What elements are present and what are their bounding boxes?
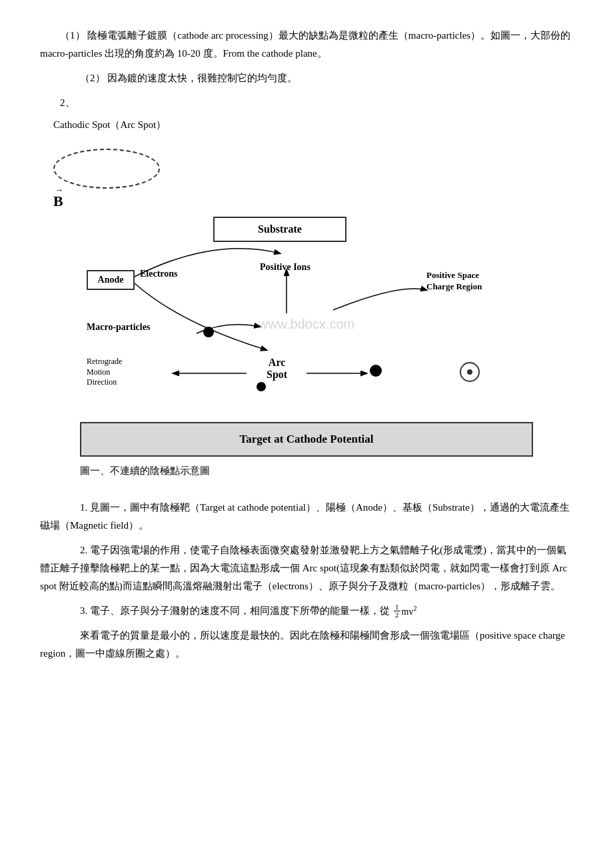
b-vector: → B — [53, 193, 63, 210]
page-content: （1） 陰極電弧離子鍍膜（cathode arc processing）最大的缺… — [40, 27, 573, 663]
diagram-svg — [80, 217, 533, 457]
macro-particle-dot-1 — [203, 327, 214, 337]
arc-spot-label: ArcSpot — [267, 357, 287, 381]
paragraph-3: 1. 見圖一，圖中有陰極靶（Target at cathode potentia… — [40, 499, 573, 535]
electrons-label: Electrons — [140, 269, 178, 279]
formula-mv2: mv2 — [402, 603, 417, 620]
substrate-label: Substrate — [258, 223, 302, 235]
retrograde-motion-label: RetrogradeMotionDirection — [87, 357, 122, 388]
cathodic-spot-label: Cathodic Spot（Arc Spot） — [53, 116, 573, 134]
circle-dot-symbol — [460, 362, 480, 382]
paragraph-1: （1） 陰極電弧離子鍍膜（cathode arc processing）最大的缺… — [40, 27, 573, 63]
positive-ions-label: Positive Ions — [260, 262, 310, 273]
formula-denominator: 2 — [394, 611, 400, 619]
paragraph-2: （2） 因為鍍的速度太快，很難控制它的均勻度。 — [40, 69, 573, 87]
main-diagram: Substrate Anode Electrons Positive Ions … — [80, 217, 533, 457]
target-label: Target at Cathode Potential — [240, 433, 374, 446]
paragraph-6: 來看電子的質量是最小的，所以速度是最快的。因此在陰極和陽極間會形成一個強電場區（… — [40, 627, 573, 663]
pscr-label: Positive SpaceCharge Region — [426, 270, 482, 293]
cathodic-spot-oval — [53, 149, 160, 189]
circle-dot-inner — [467, 369, 472, 375]
diagram-area: → B — [40, 145, 573, 488]
substrate-box: Substrate — [213, 217, 346, 242]
arc-spot-dot — [257, 382, 266, 391]
section-2-label: 2、 — [60, 94, 573, 112]
paragraph-4: 2. 電子因強電場的作用，使電子自陰極表面微突處發射並激發靶上方之氣體離子化(形… — [40, 541, 573, 595]
diagram-caption: 圖一、不連續的陰極點示意圖 — [80, 462, 533, 480]
macro-particles-label: Macro-particles — [87, 322, 150, 333]
watermark: www.bdocx.com — [259, 317, 355, 332]
macro-particle-dot-2 — [370, 365, 382, 377]
anode-label: Anode — [98, 275, 124, 285]
paragraph-5-text: 3. 電子、原子與分子濺射的速度不同，相同溫度下所帶的能量一樣，從 — [40, 602, 390, 620]
anode-box: Anode — [87, 270, 135, 290]
formula-half: 1 2 mv2 — [394, 603, 416, 620]
paragraph-5: 3. 電子、原子與分子濺射的速度不同，相同溫度下所帶的能量一樣，從 1 2 mv… — [40, 602, 573, 620]
target-box: Target at Cathode Potential — [80, 422, 533, 457]
